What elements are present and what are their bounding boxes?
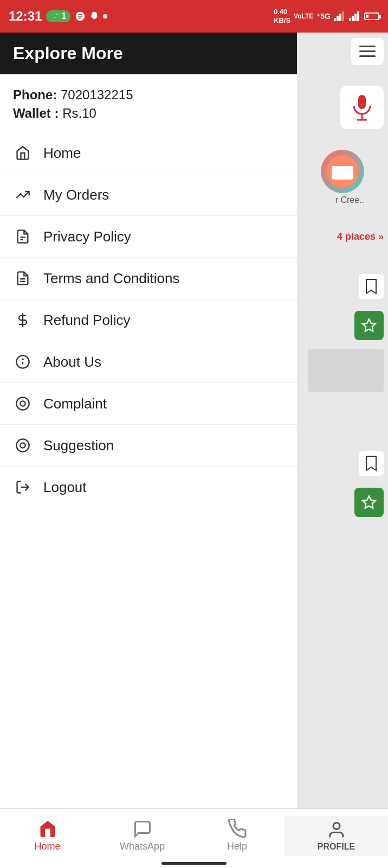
profile-image — [326, 155, 359, 188]
profile-thumbnail — [321, 150, 364, 193]
star-icon — [361, 318, 377, 333]
nav-home-label: Home — [34, 841, 60, 852]
nav-help-icon — [228, 819, 247, 839]
terms-icon — [13, 269, 33, 288]
menu-label-terms: Terms and Conditions — [43, 270, 179, 287]
svg-rect-2 — [334, 18, 336, 21]
svg-point-1 — [103, 14, 107, 18]
svg-rect-4 — [339, 14, 341, 21]
gray-card-1 — [308, 349, 384, 392]
svg-point-28 — [16, 439, 29, 451]
complaint-icon — [13, 394, 33, 413]
svg-rect-10 — [359, 46, 376, 47]
user-wallet: Wallet : Rs.10 — [13, 106, 284, 121]
menu-label-complaint: Complaint — [43, 395, 107, 412]
signal-icon-2 — [349, 11, 361, 21]
menu-item-complaint[interactable]: Complaint — [0, 383, 297, 425]
nav-home[interactable]: Home — [0, 819, 95, 852]
svg-point-31 — [333, 822, 340, 829]
nav-profile[interactable]: PROFILE — [284, 816, 388, 856]
orders-icon — [13, 185, 33, 205]
svg-rect-9 — [357, 11, 359, 21]
hamburger-button[interactable] — [351, 38, 384, 65]
mic-button[interactable] — [340, 86, 384, 129]
menu-label-about: About Us — [43, 354, 101, 371]
svg-rect-17 — [332, 166, 353, 180]
privacy-icon — [13, 227, 33, 246]
svg-point-29 — [20, 443, 25, 448]
menu-label-suggestion: Suggestion — [43, 437, 114, 454]
user-info-section: Phone: 7020132215 Wallet : Rs.10 — [0, 74, 297, 132]
status-right: 0.40 KB/S VoLTE ⁺5G — [274, 8, 379, 24]
bookmark-button-1[interactable] — [359, 274, 384, 299]
nav-home-icon — [38, 819, 57, 839]
suggestion-icon — [13, 436, 33, 455]
svg-rect-12 — [359, 55, 376, 57]
bookmark-button-2[interactable] — [359, 451, 384, 476]
menu-label-privacy: Privacy Policy — [43, 228, 131, 245]
menu-label-home: Home — [43, 145, 81, 162]
menu-list: Home My Orders Privacy Pol — [0, 132, 297, 868]
signal-icon — [334, 11, 346, 21]
svg-rect-13 — [358, 95, 366, 109]
status-bar: 12:31 1 0.40 KB/S VoLTE ⁺5G — [0, 0, 388, 33]
star-button-1[interactable] — [354, 311, 384, 340]
user-phone: Phone: 7020132215 — [13, 87, 284, 103]
svg-point-26 — [16, 397, 29, 410]
refund-icon — [13, 310, 33, 330]
places-badge[interactable]: 4 places » — [337, 231, 384, 242]
network-speed: 0.40 KB/S — [274, 8, 290, 24]
menu-item-terms[interactable]: Terms and Conditions — [0, 258, 297, 299]
logout-icon — [13, 477, 33, 497]
svg-rect-8 — [354, 14, 357, 21]
menu-label-orders: My Orders — [43, 187, 109, 203]
star-icon-2 — [361, 495, 377, 510]
bookmark-icon-2 — [365, 455, 378, 471]
menu-item-refund[interactable]: Refund Policy — [0, 299, 297, 341]
about-icon — [13, 352, 33, 372]
drawer-header: Explore More — [0, 33, 297, 74]
bottom-navigation: Home WhatsApp Help PROFILE — [0, 808, 388, 868]
status-left: 12:31 1 — [9, 9, 107, 24]
home-indicator — [161, 862, 227, 865]
nav-whatsapp-icon — [133, 819, 152, 839]
nav-whatsapp[interactable]: WhatsApp — [95, 819, 190, 852]
right-panel: r Cree.. 4 places » — [297, 33, 388, 522]
menu-label-refund: Refund Policy — [43, 312, 130, 329]
5g-badge: ⁺5G — [316, 12, 331, 21]
star-button-2[interactable] — [354, 488, 384, 517]
svg-rect-6 — [349, 18, 351, 21]
menu-item-home[interactable]: Home — [0, 132, 297, 174]
menu-item-suggestion[interactable]: Suggestion — [0, 425, 297, 467]
bookmark-icon — [365, 278, 378, 295]
side-drawer: Explore More Phone: 7020132215 Wallet : … — [0, 33, 297, 868]
menu-item-orders[interactable]: My Orders — [0, 174, 297, 216]
svg-rect-7 — [352, 16, 354, 21]
status-icons — [75, 11, 107, 22]
nav-help-label: Help — [227, 841, 247, 852]
mic-icon — [352, 94, 372, 121]
menu-item-logout[interactable]: Logout — [0, 467, 297, 508]
hamburger-icon — [359, 46, 376, 58]
svg-rect-5 — [342, 11, 344, 21]
status-time: 12:31 — [9, 9, 42, 24]
cree-label: r Cree.. — [335, 195, 364, 205]
nav-whatsapp-label: WhatsApp — [120, 841, 165, 852]
volte-badge: VoLTE — [294, 12, 313, 20]
battery-icon — [364, 12, 379, 20]
home-icon — [13, 143, 33, 163]
nav-profile-icon — [327, 820, 346, 840]
svg-rect-3 — [337, 16, 339, 21]
nav-profile-label: PROFILE — [318, 842, 355, 852]
svg-rect-11 — [359, 50, 376, 52]
sim-badge: 1 — [46, 10, 70, 22]
menu-item-about[interactable]: About Us — [0, 341, 297, 383]
nav-help[interactable]: Help — [190, 819, 284, 852]
svg-point-27 — [20, 401, 25, 406]
menu-label-logout: Logout — [43, 479, 87, 496]
menu-item-privacy[interactable]: Privacy Policy — [0, 216, 297, 258]
drawer-title: Explore More — [13, 43, 123, 63]
